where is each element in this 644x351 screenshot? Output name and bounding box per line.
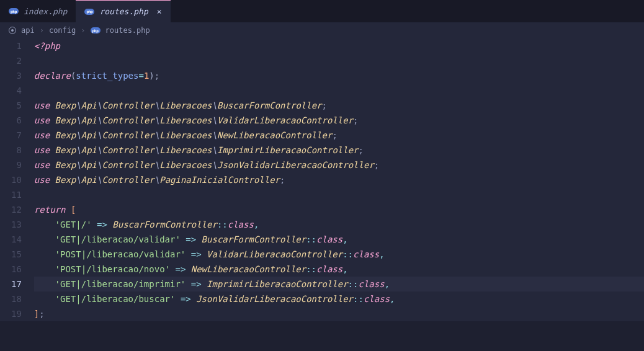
line-number: 19	[11, 306, 22, 321]
code-line	[34, 83, 644, 98]
line-number: 2	[11, 53, 22, 68]
line-number: 14	[11, 232, 22, 247]
line-number: 15	[11, 247, 22, 262]
line-number: 9	[11, 158, 22, 172]
tab-routes-php[interactable]: php routes.php ×	[76, 0, 170, 22]
code-line: use Bexp\Api\Controller\Liberacoes\Busca…	[34, 98, 644, 113]
line-number: 11	[11, 187, 22, 202]
line-number: 6	[11, 113, 22, 128]
line-number: 8	[11, 143, 22, 158]
breadcrumb: api › config › php routes.php	[0, 22, 644, 38]
target-icon	[9, 27, 16, 34]
code-line: 'GET|/liberacao/buscar' => JsonValidarLi…	[34, 291, 644, 306]
tab-bar: php index.php php routes.php ×	[0, 0, 644, 22]
tab-label: index.php	[24, 7, 67, 16]
breadcrumb-segment[interactable]: api	[21, 26, 35, 35]
php-file-icon: php	[9, 8, 19, 14]
code-line: use Bexp\Api\Controller\PaginaInicialCon…	[34, 172, 644, 187]
line-number: 5	[11, 98, 22, 113]
chevron-right-icon: ›	[40, 26, 44, 35]
tab-index-php[interactable]: php index.php	[0, 0, 76, 22]
code-line	[34, 53, 644, 68]
code-line: 'POST|/liberacao/novo' => NewLiberacaoCo…	[34, 262, 644, 277]
php-file-icon: php	[84, 9, 94, 15]
line-number: 13	[11, 217, 22, 232]
close-icon[interactable]: ×	[157, 7, 162, 16]
line-number: 17	[11, 277, 22, 291]
code-area[interactable]: <?phpdeclare(strict_types=1);use Bexp\Ap…	[34, 38, 644, 321]
code-line: declare(strict_types=1);	[34, 68, 644, 83]
code-line: use Bexp\Api\Controller\Liberacoes\JsonV…	[34, 158, 644, 172]
code-editor[interactable]: 12345678910111213141516171819 <?phpdecla…	[0, 38, 644, 321]
line-number: 10	[11, 172, 22, 187]
tab-label: routes.php	[99, 7, 148, 16]
code-line: <?php	[34, 38, 644, 53]
code-line: use Bexp\Api\Controller\Liberacoes\NewLi…	[34, 128, 644, 143]
line-number: 1	[11, 38, 22, 53]
line-number: 18	[11, 291, 22, 306]
line-number: 12	[11, 202, 22, 217]
code-line	[34, 187, 644, 202]
line-number: 16	[11, 262, 22, 277]
chevron-right-icon: ›	[81, 26, 85, 35]
code-line: return [	[34, 202, 644, 217]
code-line: 'GET|/liberacao/validar' => BuscarFormCo…	[34, 232, 644, 247]
code-line: use Bexp\Api\Controller\Liberacoes\Valid…	[34, 113, 644, 128]
code-line: use Bexp\Api\Controller\Liberacoes\Impri…	[34, 143, 644, 158]
code-line: 'GET|/liberacao/imprimir' => ImprimirLib…	[34, 277, 644, 291]
breadcrumb-segment[interactable]: config	[49, 26, 76, 35]
code-line: 'GET|/' => BuscarFormController::class,	[34, 217, 644, 232]
line-number: 4	[11, 83, 22, 98]
code-line: 'POST|/liberacao/validar' => ValidarLibe…	[34, 247, 644, 262]
code-line: ];	[34, 306, 644, 321]
breadcrumb-segment[interactable]: routes.php	[105, 26, 150, 35]
line-number-gutter: 12345678910111213141516171819	[0, 38, 34, 321]
line-number: 3	[11, 68, 22, 83]
line-number: 7	[11, 128, 22, 143]
php-file-icon: php	[91, 27, 101, 33]
